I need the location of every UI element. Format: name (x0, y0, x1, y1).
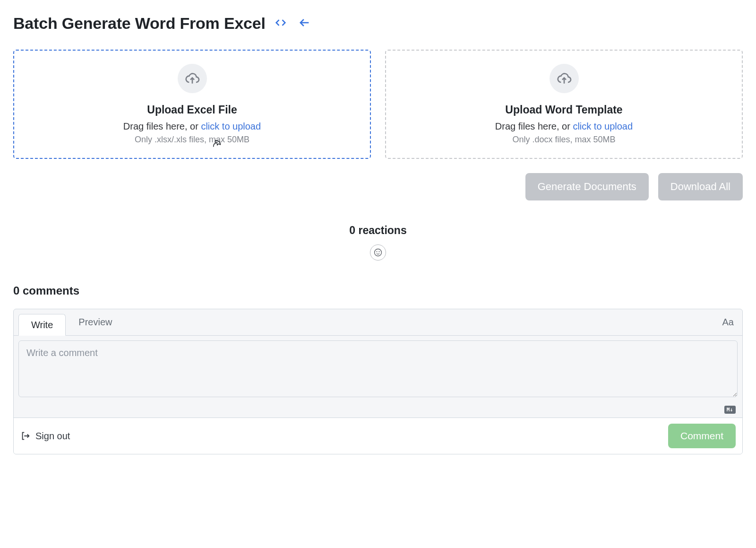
title-row: Batch Generate Word From Excel (13, 14, 743, 33)
upload-row: Upload Excel File Drag files here, or cl… (13, 50, 743, 159)
comment-footer: Sign out Comment (14, 418, 742, 454)
comment-input[interactable] (18, 340, 738, 397)
comment-submit-button[interactable]: Comment (668, 424, 736, 448)
below-textarea: M↓ (14, 404, 742, 418)
sign-out-label: Sign out (35, 431, 70, 442)
title-icons (274, 16, 311, 31)
upload-excel-link[interactable]: click to upload (201, 121, 261, 131)
page-title: Batch Generate Word From Excel (13, 14, 266, 33)
upload-word-note: Only .docx files, max 50MB (512, 135, 615, 145)
upload-excel-sub-prefix: Drag files here, or (123, 121, 201, 131)
upload-word-title: Upload Word Template (505, 104, 622, 116)
comment-box: Write Preview Aa M↓ Sign out Comment (13, 309, 743, 454)
code-icon[interactable] (274, 16, 287, 31)
sign-out-link[interactable]: Sign out (20, 431, 70, 442)
upload-excel-subtext: Drag files here, or click to upload (123, 121, 261, 132)
upload-cloud-icon (178, 64, 207, 93)
tab-write[interactable]: Write (18, 314, 66, 336)
back-icon[interactable] (298, 16, 311, 31)
upload-word-subtext: Drag files here, or click to upload (495, 121, 633, 132)
comment-tab-row: Write Preview Aa (14, 309, 742, 336)
sign-out-icon (20, 431, 31, 441)
comments-count: 0 comments (13, 284, 743, 297)
upload-word-link[interactable]: click to upload (573, 121, 633, 131)
add-reaction-button[interactable] (370, 244, 386, 261)
upload-word-sub-prefix: Drag files here, or (495, 121, 573, 131)
download-all-button[interactable]: Download All (658, 173, 743, 200)
tab-preview[interactable]: Preview (66, 309, 125, 335)
action-row: Generate Documents Download All (13, 173, 743, 200)
markdown-icon[interactable]: M↓ (724, 406, 736, 414)
reactions-count: 0 reactions (13, 224, 743, 237)
upload-excel-dropzone[interactable]: Upload Excel File Drag files here, or cl… (13, 50, 371, 159)
text-size-button[interactable]: Aa (722, 309, 742, 335)
svg-point-4 (377, 252, 377, 252)
upload-word-dropzone[interactable]: Upload Word Template Drag files here, or… (385, 50, 743, 159)
svg-point-5 (379, 252, 379, 252)
svg-point-3 (375, 249, 382, 256)
upload-cloud-icon (550, 64, 579, 93)
reactions-block: 0 reactions (13, 224, 743, 261)
textarea-wrap (14, 336, 742, 404)
generate-documents-button[interactable]: Generate Documents (525, 173, 649, 200)
upload-excel-note: Only .xlsx/.xls files, max 50MB (135, 135, 249, 145)
upload-excel-title: Upload Excel File (147, 104, 237, 116)
